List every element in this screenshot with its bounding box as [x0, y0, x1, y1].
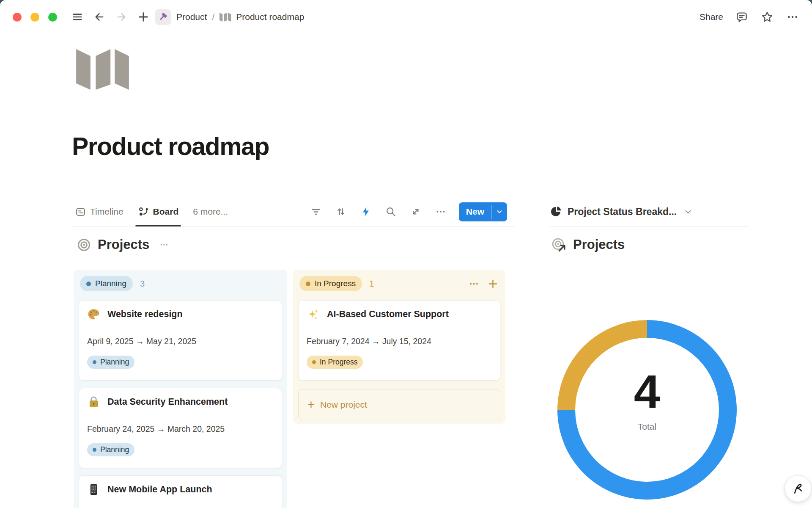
view-options-button[interactable] — [434, 205, 447, 218]
new-button[interactable]: New — [459, 202, 491, 221]
column-header-in-progress: In Progress 1 — [293, 270, 505, 291]
nav-forward-button[interactable] — [115, 10, 128, 24]
new-button-dropdown[interactable] — [492, 202, 507, 221]
sparkles-icon — [307, 308, 320, 321]
status-dot — [312, 360, 316, 364]
status-pill-in-progress[interactable]: In Progress — [299, 276, 362, 291]
page-icon-button[interactable] — [76, 49, 129, 90]
sidebar-toggle-button[interactable] — [71, 10, 84, 24]
board-source-header: Projects — [77, 237, 170, 252]
card-title: AI-Based Customer Support — [327, 309, 449, 320]
card-status-tag: In Progress — [307, 356, 363, 369]
breadcrumb-teamspace[interactable]: Product — [176, 12, 207, 22]
back-arrow-icon — [93, 11, 105, 23]
new-tab-button[interactable] — [137, 10, 150, 24]
titlebar: Product / Product roadmap Share — [0, 0, 812, 34]
more-views-button[interactable]: 6 more... — [193, 207, 228, 217]
column-count: 1 — [369, 279, 374, 289]
card-title: Data Security Enhancement — [107, 397, 228, 407]
card-status-label: Planning — [100, 445, 129, 454]
breadcrumb-page[interactable]: Product roadmap — [236, 12, 304, 22]
project-card[interactable]: New Mobile App Launch May 1, 2025 → May … — [79, 475, 282, 508]
card-status-tag: Planning — [87, 356, 134, 369]
comment-icon — [735, 11, 748, 23]
project-card[interactable]: AI-Based Customer Support February 7, 20… — [298, 300, 500, 381]
column-add-card-button[interactable] — [487, 278, 499, 290]
new-project-label: New project — [320, 400, 367, 410]
nav-back-button[interactable] — [93, 10, 106, 24]
lock-icon — [87, 395, 100, 409]
zoom-window-button[interactable] — [48, 13, 57, 22]
project-card[interactable]: Data Security Enhancement February 24, 2… — [79, 388, 282, 468]
target-icon — [77, 238, 91, 252]
hamburger-menu-icon — [71, 11, 83, 23]
map-icon — [219, 13, 231, 22]
board-column-planning: Planning 3 Website redesign April 9, 202… — [74, 270, 287, 508]
board-column-in-progress: In Progress 1 AI-Based Customer Support — [293, 270, 505, 424]
timeline-view-icon — [75, 207, 86, 217]
window-controls — [13, 13, 57, 22]
chart-view-selector-label: Project Status Breakd... — [568, 206, 677, 218]
card-dates: April 9, 2025 → May 21, 2025 — [87, 337, 274, 346]
palette-icon — [87, 308, 100, 321]
tab-timeline[interactable]: Timeline — [72, 197, 127, 226]
status-dot — [306, 282, 310, 286]
breadcrumb-separator: / — [212, 12, 214, 22]
chart-section-title[interactable]: Projects — [573, 237, 625, 252]
teamspace-icon-badge[interactable] — [155, 9, 171, 25]
status-pill-planning[interactable]: Planning — [80, 276, 133, 291]
expand-button[interactable] — [409, 205, 422, 218]
card-dates: February 7, 2024 → July 15, 2024 — [307, 337, 492, 346]
column-header-planning: Planning 3 — [74, 270, 287, 291]
pie-chart-icon — [550, 206, 562, 218]
app-window: Product / Product roadmap Share — [0, 0, 812, 508]
column-count: 3 — [140, 279, 145, 289]
more-options-icon — [435, 206, 446, 217]
view-bar: Timeline Board 6 more... — [72, 197, 515, 226]
filter-icon — [310, 206, 321, 217]
column-options-button[interactable] — [469, 279, 479, 289]
tab-board[interactable]: Board — [134, 197, 182, 226]
chart-view-selector[interactable]: Project Status Breakd... — [550, 197, 749, 226]
close-window-button[interactable] — [13, 13, 22, 22]
minimize-window-button[interactable] — [30, 13, 39, 22]
donut-center: 4 Total — [557, 368, 737, 432]
status-dot — [93, 360, 96, 364]
comments-button[interactable] — [735, 10, 749, 24]
ai-scribble-icon — [791, 481, 805, 496]
filter-button[interactable] — [309, 205, 323, 218]
card-status-label: Planning — [100, 358, 129, 367]
map-icon — [76, 49, 129, 90]
tab-timeline-label: Timeline — [90, 207, 123, 217]
hammer-icon — [158, 11, 169, 22]
card-status-tag: Planning — [87, 443, 134, 456]
sort-icon — [335, 206, 346, 217]
expand-icon — [410, 206, 421, 217]
card-status-label: In Progress — [320, 358, 357, 367]
star-icon — [761, 11, 774, 23]
donut-total-label: Total — [557, 422, 737, 432]
new-project-button[interactable]: + New project — [298, 389, 500, 420]
linked-target-icon — [551, 237, 566, 252]
board-section-title[interactable]: Projects — [98, 237, 149, 252]
chevron-down-icon — [496, 208, 503, 215]
status-dot — [93, 448, 96, 452]
notion-ai-button[interactable] — [785, 475, 812, 502]
search-button[interactable] — [384, 205, 398, 218]
project-card[interactable]: Website redesign April 9, 2025 → May 21,… — [79, 300, 282, 381]
search-icon — [385, 206, 396, 217]
share-button[interactable]: Share — [700, 12, 723, 22]
tab-board-label: Board — [153, 207, 179, 217]
favorite-button[interactable] — [760, 10, 774, 24]
sort-button[interactable] — [334, 205, 348, 218]
breadcrumb: Product / Product roadmap — [155, 9, 304, 25]
card-dates: February 24, 2025 → March 20, 2025 — [87, 424, 274, 434]
card-title: New Mobile App Launch — [107, 484, 212, 495]
ellipsis-icon — [786, 11, 799, 23]
card-title: Website redesign — [107, 309, 183, 320]
automations-button[interactable] — [359, 205, 373, 218]
page-options-button[interactable] — [786, 10, 799, 24]
mobile-phone-icon — [87, 483, 100, 496]
forward-arrow-icon — [115, 11, 127, 23]
section-options-button[interactable] — [159, 239, 170, 250]
